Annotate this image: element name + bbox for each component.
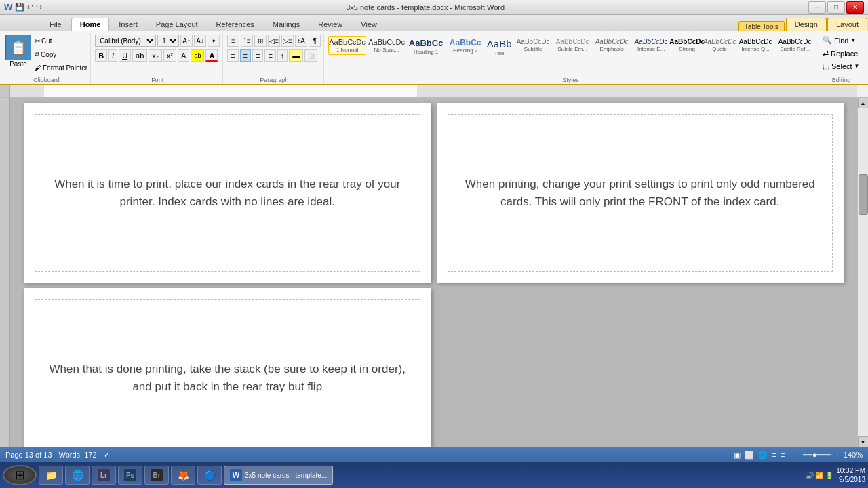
tab-page-layout[interactable]: Page Layout bbox=[147, 18, 207, 30]
view-draft-button[interactable]: ≡ bbox=[781, 451, 785, 459]
style-subtle-em[interactable]: AaBbCcDc Subtle Em... bbox=[553, 36, 591, 54]
scroll-down-button[interactable]: ▼ bbox=[858, 436, 869, 447]
numbering-button[interactable]: 1≡ bbox=[241, 35, 253, 47]
find-button[interactable]: 🔍 Find ▼ bbox=[821, 35, 858, 46]
card-inner-1: When it is time to print, place our inde… bbox=[35, 114, 420, 272]
scroll-up-button[interactable]: ▲ bbox=[858, 98, 869, 108]
scroll-thumb[interactable] bbox=[859, 174, 868, 215]
taskbar-chrome[interactable]: 🔵 bbox=[197, 466, 222, 485]
style-normal[interactable]: AaBbCcDc 1 Normal bbox=[328, 36, 366, 55]
shading-button[interactable]: ▬ bbox=[289, 49, 303, 62]
taskbar-bridge[interactable]: Br bbox=[144, 466, 169, 485]
taskbar-word[interactable]: W 3x5 note cards - template... bbox=[224, 466, 333, 485]
style-subtle-ref[interactable]: AaBbCcDc Subtle Ref... bbox=[776, 36, 814, 54]
font-row2: B I U ab x₂ x² A ab A bbox=[95, 49, 218, 62]
scroll-track[interactable] bbox=[858, 108, 868, 436]
align-right-button[interactable]: ≡ bbox=[252, 49, 263, 62]
strikethrough-button[interactable]: ab bbox=[132, 49, 147, 62]
format-painter-button[interactable]: 🖌Format Painter bbox=[35, 64, 87, 72]
card-page-3[interactable]: When that is done printing, take the sta… bbox=[24, 288, 431, 447]
tab-mailings[interactable]: Mailings bbox=[264, 18, 309, 30]
bullets-button[interactable]: ≡ bbox=[227, 35, 239, 47]
replace-button[interactable]: ⇄ Replace bbox=[821, 47, 860, 59]
title-bar-left: W 💾 ↩ ↪ bbox=[4, 2, 42, 12]
decrease-indent-button[interactable]: ◁≡ bbox=[268, 35, 280, 47]
taskbar-explorer[interactable]: 📁 bbox=[39, 466, 63, 485]
text-highlight-button[interactable]: ab bbox=[191, 49, 204, 62]
clear-format-button[interactable]: ✦ bbox=[208, 35, 220, 47]
explorer-icon: 📁 bbox=[45, 469, 57, 481]
style-heading1[interactable]: AaBbCc Heading 1 bbox=[407, 36, 445, 57]
page-info: Page 13 of 13 bbox=[5, 451, 52, 459]
maximize-button[interactable]: □ bbox=[827, 1, 845, 14]
style-intense-q[interactable]: AaBbCcDc Intense Q... bbox=[736, 36, 774, 54]
taskbar-lr[interactable]: Lr bbox=[92, 466, 116, 485]
shrink-font-button[interactable]: A↓ bbox=[194, 35, 206, 47]
grow-font-button[interactable]: A↑ bbox=[180, 35, 193, 47]
align-center-button[interactable]: ≡ bbox=[240, 49, 251, 62]
style-intense-em[interactable]: AaBbCcDc Intense E... bbox=[632, 36, 670, 54]
close-button[interactable]: ✕ bbox=[846, 1, 864, 14]
tab-view[interactable]: View bbox=[352, 18, 386, 30]
style-title[interactable]: AaBb Title bbox=[486, 36, 513, 58]
increase-indent-button[interactable]: ▷≡ bbox=[281, 35, 294, 47]
table-tools-header: Table Tools bbox=[738, 21, 785, 30]
view-full-screen-button[interactable]: ⬜ bbox=[745, 451, 754, 460]
zoom-out-button[interactable]: − bbox=[794, 451, 798, 459]
card-page-1[interactable]: When it is time to print, place our inde… bbox=[24, 103, 431, 283]
align-left-button[interactable]: ≡ bbox=[227, 49, 238, 62]
subscript-button[interactable]: x₂ bbox=[149, 49, 162, 62]
editing-group: 🔍 Find ▼ ⇄ Replace ⬚ Select ▼ Editing bbox=[818, 33, 865, 84]
document-content[interactable]: When it is time to print, place our inde… bbox=[10, 98, 857, 447]
card-inner-3: When that is done printing, take the sta… bbox=[35, 299, 420, 447]
cut-button[interactable]: ✂Cut bbox=[35, 37, 87, 45]
view-outline-button[interactable]: ≡ bbox=[772, 451, 776, 459]
taskbar-ps[interactable]: Ps bbox=[118, 466, 142, 485]
tab-insert[interactable]: Insert bbox=[110, 18, 146, 30]
borders-button[interactable]: ⊞ bbox=[304, 49, 317, 62]
superscript-button[interactable]: x² bbox=[163, 49, 176, 62]
zoom-slider[interactable]: ━━●━━━ bbox=[803, 451, 831, 460]
tab-design[interactable]: Design bbox=[786, 18, 827, 30]
show-hide-button[interactable]: ¶ bbox=[309, 35, 321, 47]
quick-access-undo[interactable]: ↩ bbox=[27, 3, 33, 12]
sort-button[interactable]: ↕A bbox=[295, 35, 307, 47]
tab-file[interactable]: File bbox=[41, 18, 71, 30]
style-emphasis[interactable]: AaBbCcDc Emphasis bbox=[593, 36, 631, 54]
text-effects-button[interactable]: A bbox=[178, 49, 189, 62]
tray-time[interactable]: 10:32 PM 9/5/2013 bbox=[836, 466, 865, 484]
bold-button[interactable]: B bbox=[95, 49, 107, 62]
start-button[interactable]: ⊞ bbox=[3, 465, 37, 485]
paste-button[interactable]: 📋 Paste bbox=[5, 35, 31, 75]
line-spacing-button[interactable]: ↕ bbox=[277, 49, 288, 62]
multilevel-list-button[interactable]: ⊞ bbox=[254, 35, 267, 47]
select-button[interactable]: ⬚ Select ▼ bbox=[821, 60, 862, 72]
taskbar-firefox[interactable]: 🦊 bbox=[171, 466, 195, 485]
justify-button[interactable]: ≡ bbox=[264, 49, 275, 62]
underline-button[interactable]: U bbox=[119, 49, 131, 62]
tray-icons: 🔊 📶 🔋 bbox=[806, 472, 834, 479]
view-print-layout-button[interactable]: ▣ bbox=[734, 451, 741, 460]
copy-button[interactable]: ⧉Copy bbox=[35, 50, 87, 58]
font-color-button[interactable]: A bbox=[205, 49, 218, 62]
font-size-select[interactable]: 11 bbox=[157, 35, 179, 47]
style-heading2[interactable]: AaBbCc Heading 2 bbox=[446, 36, 484, 56]
zoom-in-button[interactable]: + bbox=[835, 451, 839, 459]
style-strong[interactable]: AaBbCcDc Strong bbox=[671, 36, 703, 54]
style-quote[interactable]: AaBbCcDc Quote bbox=[704, 36, 735, 54]
quick-access-redo[interactable]: ↪ bbox=[36, 3, 42, 12]
tab-layout[interactable]: Layout bbox=[827, 18, 867, 30]
style-intense-r[interactable]: AaBbCcDc Intense R... bbox=[815, 36, 816, 54]
italic-button[interactable]: I bbox=[108, 49, 117, 62]
font-family-select[interactable]: Calibri (Body) bbox=[95, 35, 156, 47]
style-no-space[interactable]: AaBbCcDc No Spac... bbox=[368, 36, 406, 55]
view-web-layout-button[interactable]: 🌐 bbox=[758, 451, 768, 460]
tab-home[interactable]: Home bbox=[71, 18, 110, 30]
quick-access-save[interactable]: 💾 bbox=[15, 3, 24, 12]
minimize-button[interactable]: ─ bbox=[808, 1, 826, 14]
style-subtitle[interactable]: AaBbCcDc Subtitle bbox=[514, 36, 552, 54]
card-page-2[interactable]: When printing, change your print setting… bbox=[437, 103, 844, 283]
taskbar-ie[interactable]: 🌐 bbox=[65, 466, 90, 485]
tab-review[interactable]: Review bbox=[309, 18, 351, 30]
tab-references[interactable]: References bbox=[208, 18, 263, 30]
